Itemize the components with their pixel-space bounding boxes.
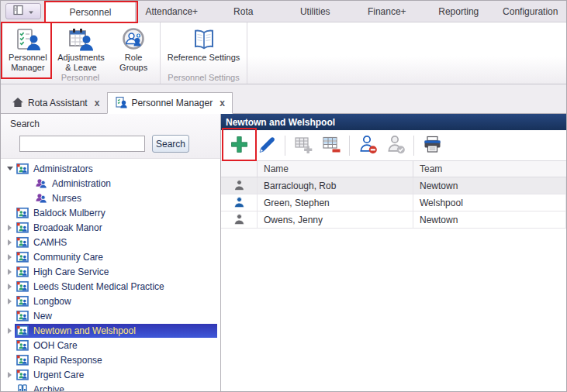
team-tree: AdministratorsAdministrationNursesBaldoc… [1, 159, 220, 391]
reference-settings-button[interactable]: Reference Settings [165, 24, 243, 72]
expand-arrow-icon[interactable] [5, 254, 15, 260]
tree-item-new[interactable]: New [1, 308, 220, 323]
org-unit-icon [16, 251, 29, 263]
role-groups-label: Role Groups [111, 53, 156, 72]
edit-pencil-button[interactable] [253, 134, 281, 157]
tree-item-label: CAMHS [33, 237, 67, 248]
tree-item-administration[interactable]: Administration [1, 176, 220, 191]
grid-header: Name Team [221, 160, 566, 177]
ribbon-tab-personnel[interactable]: Personnel [45, 1, 136, 22]
grid-header-team[interactable]: Team [413, 161, 566, 177]
tree-item-label: Nurses [52, 193, 81, 204]
ribbon-empty-area [247, 22, 566, 84]
doc-tab-rota-assistant[interactable]: Rota Assistant x [4, 92, 107, 114]
collapse-arrow-icon[interactable] [5, 167, 15, 170]
adjustments-leave-button[interactable]: Adjustments & Leave [54, 24, 109, 72]
tree-item-label: Urgent Care [33, 370, 84, 380]
personnel-manager-icon [16, 26, 40, 53]
reference-settings-label: Reference Settings [168, 53, 240, 63]
tree-item-administrators[interactable]: Administrators [1, 161, 220, 176]
ribbon-tab-utilities[interactable]: Utilities [279, 1, 351, 22]
personnel-manager-button[interactable]: Personnel Manager [2, 24, 54, 72]
tree-item-label: High Care Service [33, 266, 109, 277]
printer-button[interactable] [418, 134, 446, 157]
ribbon-tab-attendance[interactable]: Attendance+ [136, 1, 208, 22]
cell-team: Newtown [413, 211, 566, 228]
tree-item-high-care-service[interactable]: High Care Service [1, 264, 220, 279]
add-icon [229, 134, 250, 157]
tree-item-baldock-mulberry[interactable]: Baldock Mulberry [1, 205, 220, 220]
tree-item-newtown-and-welshpool[interactable]: Newtown and Welshpool [1, 323, 220, 338]
printer-icon [422, 134, 443, 157]
org-unit-icon [16, 310, 29, 322]
org-unit-icon [16, 295, 29, 308]
person-check-icon [385, 134, 406, 157]
tree-item-longbow[interactable]: Longbow [1, 294, 220, 308]
table-row[interactable]: Owens, JennyNewtown [221, 211, 566, 229]
toolbar-separator [285, 136, 285, 156]
table-remove-icon [321, 134, 342, 157]
reference-settings-icon [192, 26, 216, 53]
ribbon-tab-rota[interactable]: Rota [208, 1, 280, 22]
cell-team: Welshpool [413, 194, 566, 211]
tree-item-label: Broadoak Manor [33, 222, 102, 233]
ribbon-group-personnel-caption: Personnel [1, 72, 160, 84]
tree-item-nurses[interactable]: Nurses [1, 191, 220, 205]
expand-arrow-icon[interactable] [5, 372, 15, 378]
grid-body: Barraclough, RobNewtownGreen, StephenWel… [221, 177, 566, 229]
org-unit-icon [16, 222, 29, 234]
tree-item-archive[interactable]: Archive [1, 382, 220, 391]
search-label: Search [10, 119, 213, 129]
tree-item-rapid-response[interactable]: Rapid Response [1, 352, 220, 367]
expand-arrow-icon[interactable] [5, 269, 15, 275]
close-icon[interactable]: x [220, 98, 225, 108]
ribbon-body: Personnel Manager Adjustments & Leave Ro… [1, 22, 566, 84]
close-icon[interactable]: x [95, 98, 100, 108]
doc-tab-personnel-manager[interactable]: Personnel Manager x [107, 92, 232, 114]
expand-arrow-icon[interactable] [5, 284, 15, 290]
role-groups-button[interactable]: Role Groups [109, 24, 158, 72]
org-unit-icon [16, 280, 29, 293]
grid-header-name[interactable]: Name [258, 161, 413, 177]
person-remove-button[interactable] [354, 134, 382, 157]
table-row[interactable]: Barraclough, RobNewtown [221, 177, 566, 194]
grid-header-icon-column[interactable] [221, 161, 258, 177]
tree-item-camhs[interactable]: CAMHS [1, 235, 220, 249]
window-layout-icon [13, 5, 26, 18]
org-unit-icon [16, 369, 29, 381]
home-icon [12, 96, 24, 111]
add-button[interactable] [225, 134, 253, 157]
tree-item-leeds-student-medical-practice[interactable]: Leeds Student Medical Practice [1, 279, 220, 294]
tree-item-label: Administrators [33, 163, 93, 174]
team-detail-panel: Newtown and Welshpool Name Team Barraclo… [221, 114, 566, 391]
ribbon-tab-configuration[interactable]: Configuration [495, 1, 567, 22]
doc-tab-rota-assistant-label: Rota Assistant [28, 98, 88, 108]
toolbar-separator [413, 136, 414, 156]
person-gray-icon [221, 211, 258, 228]
ribbon-group-personnel-settings: Reference Settings Personnel Settings [161, 22, 247, 84]
search-button[interactable]: Search [152, 135, 189, 153]
ribbon-tab-reporting[interactable]: Reporting [423, 1, 495, 22]
org-unit-icon [16, 325, 29, 337]
search-input[interactable] [19, 136, 145, 152]
doc-tab-personnel-manager-label: Personnel Manager [131, 98, 213, 108]
org-unit-icon [16, 163, 29, 175]
expand-arrow-icon[interactable] [5, 225, 15, 231]
org-unit-icon [16, 207, 29, 219]
adjustments-leave-label: Adjustments & Leave [56, 53, 107, 72]
expand-arrow-icon[interactable] [5, 239, 15, 246]
ribbon-tab-finance[interactable]: Finance+ [351, 1, 424, 22]
expand-arrow-icon[interactable] [5, 298, 15, 304]
document-tabstrip: Rota Assistant x Personnel Manager x [1, 84, 566, 114]
tree-item-community-care[interactable]: Community Care [1, 249, 220, 264]
table-row[interactable]: Green, StephenWelshpool [221, 194, 566, 211]
expand-arrow-icon[interactable] [5, 328, 15, 334]
tree-item-ooh-care[interactable]: OOH Care [1, 338, 220, 352]
table-remove-button[interactable] [317, 134, 345, 157]
ribbon-tabstrip: Personnel Attendance+ Rota Utilities Fin… [1, 1, 566, 22]
ribbon-group-personnel-settings-caption: Personnel Settings [161, 72, 247, 84]
people-group-icon [35, 192, 47, 205]
tree-item-broadoak-manor[interactable]: Broadoak Manor [1, 220, 220, 235]
application-menu-button[interactable] [5, 3, 41, 19]
tree-item-urgent-care[interactable]: Urgent Care [1, 367, 220, 382]
